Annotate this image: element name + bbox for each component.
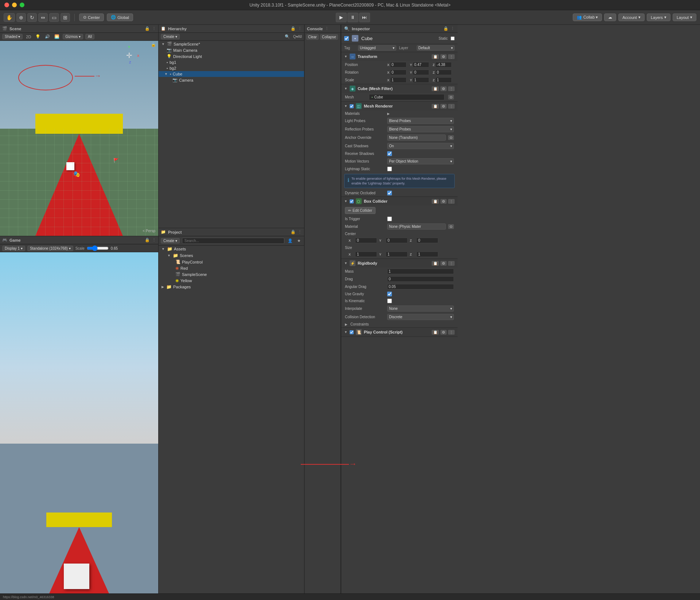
scene-3d-view[interactable]: 🎭 🚩 ✛ Y X Z < bbox=[0, 41, 158, 236]
mesh-renderer-toggle[interactable] bbox=[350, 104, 354, 108]
lighting-button[interactable]: 💡 bbox=[34, 34, 42, 39]
console-clear-btn[interactable]: Clear bbox=[306, 34, 319, 40]
game-lock-btn[interactable]: 🔒 bbox=[145, 238, 150, 242]
meshrenderer-menu-btn[interactable]: ⋮ bbox=[448, 104, 455, 109]
account-button[interactable]: Account ▾ bbox=[618, 13, 645, 21]
boxcollider-settings-btn[interactable]: ⚙ bbox=[440, 199, 447, 204]
light-probes-dropdown[interactable]: Blend Probes ▾ bbox=[387, 118, 454, 124]
playcontrol-menu-btn[interactable]: ⋮ bbox=[448, 330, 455, 335]
center-y-input[interactable] bbox=[386, 238, 408, 243]
scene-lock-btn[interactable]: 🔒 bbox=[145, 26, 150, 31]
mesh-value-box[interactable]: ▪ Cube bbox=[369, 94, 444, 100]
playcontrol-ref-btn[interactable]: 📋 bbox=[432, 330, 439, 335]
scale-z-input[interactable] bbox=[435, 77, 452, 83]
hand-tool[interactable]: ✋ bbox=[4, 13, 15, 22]
collider-material-dropdown[interactable]: None (Physic Mater bbox=[387, 223, 446, 230]
close-button[interactable] bbox=[4, 3, 9, 7]
lightmap-static-checkbox[interactable] bbox=[387, 167, 392, 171]
play-control-header[interactable]: ▼ 📜 Play Control (Script) 📋 ⚙ ⋮ bbox=[341, 328, 458, 336]
rot-y-input[interactable] bbox=[413, 70, 429, 75]
display-dropdown[interactable]: Display 1 ▾ bbox=[2, 246, 25, 251]
hierarchy-lock[interactable]: 🔒 bbox=[291, 26, 296, 31]
meshfilter-settings-btn[interactable]: ⚙ bbox=[440, 86, 447, 91]
layout-button[interactable]: Layout ▾ bbox=[673, 13, 696, 21]
collision-detection-dropdown[interactable]: Discrete ▾ bbox=[387, 314, 454, 320]
hierarchy-item-cube[interactable]: ▼ ▪ Cube bbox=[159, 71, 304, 77]
project-item-scenes[interactable]: ▼ 📁 Scenes bbox=[159, 252, 304, 259]
size-y-input[interactable] bbox=[386, 252, 408, 257]
layer-dropdown[interactable]: Default ▾ bbox=[417, 45, 455, 51]
reflection-probes-dropdown[interactable]: Blend Probes ▾ bbox=[387, 126, 454, 132]
rigidbody-header[interactable]: ▼ ⚡ Rigidbody 📋 ⚙ ⋮ bbox=[341, 259, 458, 268]
project-item-assets[interactable]: ▼ 📁 Assets bbox=[159, 246, 304, 252]
rigidbody-menu-btn[interactable]: ⋮ bbox=[448, 261, 455, 266]
step-button[interactable]: ⏭ bbox=[359, 13, 370, 22]
transform-tool[interactable]: ⊞ bbox=[61, 13, 70, 22]
maximize-button[interactable] bbox=[20, 3, 24, 7]
gizmos-dropdown[interactable]: Gizmos ▾ bbox=[63, 34, 83, 39]
scale-x-input[interactable] bbox=[390, 77, 407, 83]
meshrenderer-ref-btn[interactable]: 📋 bbox=[432, 104, 439, 109]
game-menu-btn[interactable]: ⋮ bbox=[152, 238, 156, 242]
hierarchy-item-bg2[interactable]: ▪ bg2 bbox=[159, 65, 304, 71]
project-user-btn[interactable]: 👤 bbox=[287, 238, 294, 243]
constraints-fold[interactable]: ▶ bbox=[345, 323, 347, 326]
collab-button[interactable]: 👥 Collab ▾ bbox=[573, 13, 602, 21]
rect-tool[interactable]: ▭ bbox=[49, 13, 59, 22]
scale-slider[interactable] bbox=[87, 245, 109, 251]
play-button[interactable]: ▶ bbox=[336, 13, 347, 22]
meshrenderer-settings-btn[interactable]: ⚙ bbox=[440, 104, 447, 109]
meshfilter-menu-btn[interactable]: ⋮ bbox=[448, 86, 455, 91]
static-checkbox[interactable] bbox=[451, 36, 455, 40]
project-item-yellow[interactable]: ◉ Yellow bbox=[159, 277, 304, 284]
center-button[interactable]: ⊙ Center bbox=[79, 13, 104, 21]
playcontrol-settings-btn[interactable]: ⚙ bbox=[440, 330, 447, 335]
project-star-btn[interactable]: ★ bbox=[296, 238, 302, 243]
all-tag-dropdown[interactable]: All bbox=[85, 34, 94, 39]
resolution-dropdown[interactable]: Standalone (1024x768) ▾ bbox=[27, 246, 73, 251]
scene-view-lock[interactable]: 🔒 bbox=[151, 42, 156, 47]
dynamic-occluded-checkbox[interactable] bbox=[387, 191, 392, 195]
window-controls[interactable] bbox=[4, 3, 24, 7]
2d-button[interactable]: 2D bbox=[25, 34, 32, 39]
hierarchy-search-btn[interactable]: 🔍 bbox=[284, 34, 291, 39]
anchor-override-dropdown[interactable]: None (Transform) bbox=[387, 135, 446, 141]
mesh-renderer-header[interactable]: ▼ ◫ Mesh Renderer 📋 ⚙ ⋮ bbox=[341, 102, 458, 110]
transform-header[interactable]: ▼ ↔ Transform 📋 ⚙ ⋮ bbox=[341, 52, 458, 61]
tag-dropdown[interactable]: Untagged ▾ bbox=[358, 45, 396, 51]
console-menu[interactable]: ⋮ bbox=[325, 26, 329, 31]
inspector-menu[interactable]: ⋮ bbox=[451, 26, 455, 31]
hierarchy-create-btn[interactable]: Create ▾ bbox=[161, 34, 180, 39]
hierarchy-menu[interactable]: ⋮ bbox=[298, 26, 302, 31]
box-collider-header[interactable]: ▼ ⬡ Box Collider 📋 ⚙ ⋮ bbox=[341, 197, 458, 206]
audio-button[interactable]: 🔊 bbox=[44, 34, 51, 39]
mesh-filter-header[interactable]: ▼ ◈ Cube (Mesh Filter) 📋 ⚙ ⋮ bbox=[341, 84, 458, 93]
object-active-checkbox[interactable] bbox=[344, 36, 349, 41]
layers-button[interactable]: Layers ▾ bbox=[647, 13, 670, 21]
rot-z-input[interactable] bbox=[435, 70, 452, 75]
scene-effects-button[interactable]: 🌅 bbox=[53, 34, 61, 39]
project-search[interactable] bbox=[182, 238, 284, 244]
boxcollider-menu-btn[interactable]: ⋮ bbox=[448, 199, 455, 204]
pos-y-input[interactable] bbox=[413, 62, 429, 67]
pos-z-input[interactable] bbox=[435, 62, 452, 67]
size-x-input[interactable] bbox=[355, 252, 377, 257]
use-gravity-checkbox[interactable] bbox=[387, 292, 392, 296]
scene-menu-btn[interactable]: ⋮ bbox=[152, 26, 156, 31]
global-button[interactable]: 🌐 Global bbox=[107, 13, 133, 21]
pos-x-input[interactable] bbox=[390, 62, 407, 67]
size-z-input[interactable] bbox=[416, 252, 438, 257]
meshfilter-ref-btn[interactable]: 📋 bbox=[432, 86, 439, 91]
mass-input[interactable] bbox=[387, 269, 454, 274]
minimize-button[interactable] bbox=[12, 3, 17, 7]
scale-y-input[interactable] bbox=[413, 77, 429, 83]
inspector-lock[interactable]: 🔒 bbox=[443, 26, 448, 31]
edit-collider-btn[interactable]: ✏ Edit Collider bbox=[345, 207, 376, 214]
game-view[interactable] bbox=[0, 252, 158, 600]
hierarchy-item-bg1[interactable]: ▪ bg1 bbox=[159, 59, 304, 65]
rotate-tool[interactable]: ↻ bbox=[27, 13, 37, 22]
cloud-button[interactable]: ☁ bbox=[604, 13, 616, 21]
play-control-toggle[interactable] bbox=[350, 330, 354, 334]
rot-x-input[interactable] bbox=[390, 70, 407, 75]
materials-fold[interactable]: ▶ bbox=[387, 112, 390, 116]
